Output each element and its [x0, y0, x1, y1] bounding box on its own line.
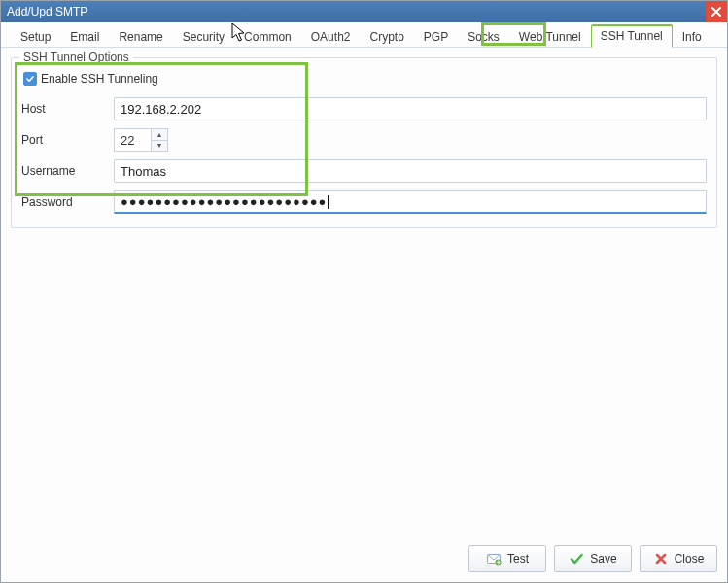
tab-crypto[interactable]: Crypto — [360, 26, 413, 48]
enable-tunneling-label: Enable SSH Tunneling — [41, 72, 158, 86]
host-label: Host — [21, 102, 114, 116]
check-icon — [25, 74, 35, 84]
tab-content: SSH Tunnel Options Enable SSH Tunneling … — [1, 48, 727, 535]
tab-oauth2[interactable]: OAuth2 — [301, 26, 361, 48]
mail-icon — [486, 551, 502, 566]
username-row: Username — [21, 155, 707, 187]
close-button[interactable]: Close — [640, 545, 717, 572]
tab-ssh-tunnel[interactable]: SSH Tunnel — [591, 24, 673, 48]
tab-pgp[interactable]: PGP — [414, 26, 458, 48]
text-caret — [328, 195, 329, 209]
port-label: Port — [21, 133, 114, 147]
enable-tunneling-row[interactable]: Enable SSH Tunneling — [21, 70, 707, 93]
port-value[interactable]: 22 — [114, 128, 151, 152]
save-label: Save — [590, 552, 616, 566]
host-input[interactable] — [114, 97, 707, 120]
password-masked-value: ●●●●●●●●●●●●●●●●●●●●●●●● — [121, 194, 327, 209]
port-spinner[interactable]: 22 ▲ ▼ — [114, 128, 168, 152]
tab-rename[interactable]: Rename — [109, 26, 172, 48]
password-label: Password — [21, 195, 114, 209]
password-input[interactable]: ●●●●●●●●●●●●●●●●●●●●●●●● — [114, 190, 707, 214]
tab-socks[interactable]: Socks — [458, 26, 509, 48]
close-icon — [653, 551, 669, 566]
x-icon — [709, 4, 724, 19]
ssh-tunnel-groupbox: SSH Tunnel Options Enable SSH Tunneling … — [11, 57, 717, 228]
spinner-up-icon[interactable]: ▲ — [152, 129, 167, 141]
tab-setup[interactable]: Setup — [11, 26, 60, 48]
tab-web-tunnel[interactable]: Web Tunnel — [509, 26, 591, 48]
test-label: Test — [507, 552, 529, 566]
button-bar: Test Save Close — [1, 535, 727, 582]
tab-common[interactable]: Common — [234, 26, 301, 48]
spinner-down-icon[interactable]: ▼ — [152, 141, 167, 152]
enable-tunneling-checkbox[interactable] — [23, 72, 37, 86]
port-row: Port 22 ▲ ▼ — [21, 124, 707, 155]
password-row: Password ●●●●●●●●●●●●●●●●●●●●●●●● — [21, 187, 707, 218]
tab-email[interactable]: Email — [60, 26, 109, 48]
save-button[interactable]: Save — [554, 545, 632, 572]
close-label: Close — [675, 552, 705, 566]
tab-info[interactable]: Info — [673, 26, 711, 48]
test-button[interactable]: Test — [468, 545, 546, 572]
username-label: Username — [21, 164, 114, 178]
dialog-window: Add/Upd SMTP Setup Email Rename Security… — [0, 0, 728, 583]
tab-security[interactable]: Security — [173, 26, 234, 48]
username-input[interactable] — [114, 159, 707, 183]
check-icon — [569, 551, 584, 566]
close-icon[interactable] — [706, 1, 727, 22]
tab-bar: Setup Email Rename Security Common OAuth… — [1, 22, 727, 48]
groupbox-title: SSH Tunnel Options — [19, 51, 133, 64]
form: Enable SSH Tunneling Host Port 22 ▲ — [21, 70, 707, 218]
window-title: Add/Upd SMTP — [7, 5, 87, 18]
host-row: Host — [21, 93, 707, 124]
titlebar: Add/Upd SMTP — [1, 1, 727, 22]
